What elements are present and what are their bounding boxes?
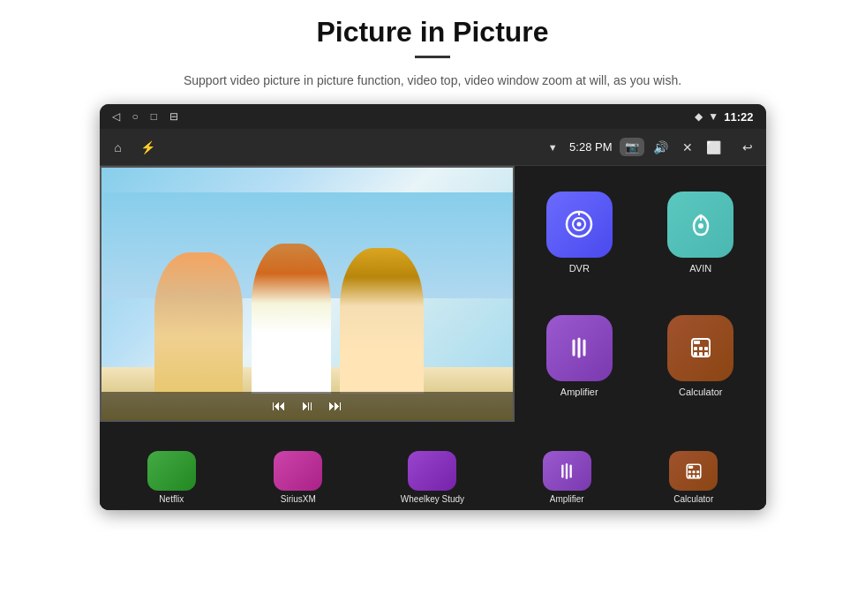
dvr-label: DVR	[569, 263, 590, 274]
toolbar-time: 5:28 PM	[569, 140, 612, 154]
main-content: 📷 − + ✕	[100, 166, 766, 510]
wheelkey-icon-box	[408, 451, 456, 491]
svg-rect-16	[704, 352, 708, 356]
device-frame: ◁ ○ □ ⊟ ◆ ▼ 11:22 ⌂ ⚡ ▼ 5:28 PM 📷 🔊	[100, 104, 766, 510]
home-icon[interactable]: ⌂	[109, 140, 128, 154]
dvr-svg-icon	[563, 208, 595, 240]
location-icon: ◆	[695, 110, 703, 123]
siriusxm-icon-box	[274, 451, 322, 491]
video-bottom-controls: ⏮ ⏯ ⏭	[102, 392, 513, 420]
bookmark-icon[interactable]: ⊟	[169, 110, 178, 123]
video-next-button[interactable]: ⏭	[328, 398, 342, 414]
calculator-icon-box	[667, 315, 733, 381]
calculator-svg-icon	[685, 332, 717, 364]
toolbar-window-icon[interactable]: ⬜	[704, 140, 724, 154]
svg-rect-12	[699, 347, 703, 350]
svg-rect-24	[696, 470, 699, 473]
toolbar-back-icon[interactable]: ↩	[738, 140, 757, 154]
toolbar-left: ⌂ ⚡	[109, 140, 158, 154]
app-grid: DVR AVIN	[515, 166, 766, 422]
dvr-icon-box	[546, 192, 613, 258]
svg-rect-13	[704, 347, 708, 350]
svg-rect-11	[694, 347, 697, 350]
usb-icon: ⚡	[139, 140, 158, 154]
home-circle-icon[interactable]: ○	[132, 110, 139, 123]
app-icon-amplifier[interactable]: Amplifier	[523, 298, 636, 413]
bottom-app-netflix[interactable]: Netflix	[147, 451, 196, 504]
calculator-row-icon-box	[669, 451, 718, 491]
toolbar: ⌂ ⚡ ▼ 5:28 PM 📷 🔊 ✕ ⬜ ↩	[100, 129, 766, 166]
amplifier-row-icon-box	[543, 451, 591, 491]
svg-rect-23	[692, 470, 695, 473]
page-title: Picture in Picture	[316, 16, 548, 49]
amplifier-icon-box	[546, 315, 613, 381]
toolbar-volume-icon[interactable]: 🔊	[651, 140, 671, 154]
svg-rect-10	[694, 341, 700, 344]
calculator-row-svg	[681, 459, 706, 484]
svg-rect-25	[688, 475, 690, 477]
svg-rect-21	[688, 466, 692, 469]
toolbar-right: ↩	[738, 140, 757, 154]
status-left-icons: ◁ ○ □ ⊟	[112, 110, 179, 123]
amplifier-label: Amplifier	[560, 387, 598, 397]
video-pip[interactable]: 📷 − + ✕	[100, 166, 515, 422]
toolbar-close-icon[interactable]: ✕	[678, 140, 697, 154]
svg-point-2	[577, 222, 582, 227]
svg-rect-22	[688, 470, 690, 473]
app-icon-dvr[interactable]: DVR	[523, 175, 636, 289]
svg-rect-14	[694, 352, 697, 356]
svg-rect-26	[692, 475, 695, 477]
amplifier-svg-icon	[563, 332, 595, 364]
square-icon[interactable]: □	[151, 110, 157, 123]
toolbar-camera-button[interactable]: 📷	[620, 138, 644, 156]
siriusxm-label: SiriusXM	[281, 494, 316, 504]
video-image	[102, 168, 513, 420]
netflix-label: Netflix	[159, 494, 184, 504]
status-time: 11:22	[724, 110, 753, 124]
wifi-icon: ▼	[708, 110, 718, 123]
amplifier-row-label: Amplifier	[550, 494, 584, 504]
avin-svg-icon	[685, 208, 717, 240]
person-1	[154, 252, 243, 394]
calculator-label: Calculator	[679, 387, 723, 397]
svg-rect-27	[696, 475, 699, 477]
page-wrapper: Picture in Picture Support video picture…	[0, 0, 865, 616]
title-divider	[415, 56, 450, 58]
svg-point-4	[698, 223, 703, 229]
page-description: Support video picture in picture functio…	[184, 71, 681, 90]
bottom-app-amplifier-row[interactable]: Amplifier	[543, 451, 591, 504]
back-icon[interactable]: ◁	[112, 110, 120, 123]
netflix-icon-box	[147, 451, 196, 491]
bottom-app-wheelkey[interactable]: Wheelkey Study	[401, 451, 464, 504]
toolbar-center: ▼ 5:28 PM 📷 🔊 ✕ ⬜	[165, 138, 731, 156]
person-2	[252, 244, 331, 394]
app-grid-area: 📷 − + ✕	[100, 166, 766, 510]
toolbar-wifi-icon: ▼	[543, 142, 562, 153]
status-bar: ◁ ○ □ ⊟ ◆ ▼ 11:22	[100, 104, 766, 129]
avin-icon-box	[667, 192, 733, 258]
wheelkey-label: Wheelkey Study	[401, 494, 464, 504]
video-prev-button[interactable]: ⏮	[272, 398, 286, 414]
bottom-apps-row: Netflix SiriusXM Wheelkey Study	[100, 438, 766, 510]
bottom-app-calculator-row[interactable]: Calculator	[669, 451, 718, 504]
amplifier-row-svg	[554, 459, 579, 484]
video-play-button[interactable]: ⏯	[300, 398, 314, 414]
status-right-icons: ◆ ▼ 11:22	[695, 110, 753, 124]
person-3	[340, 248, 424, 394]
bottom-app-siriusxm[interactable]: SiriusXM	[274, 451, 322, 504]
app-icon-avin[interactable]: AVIN	[644, 175, 757, 289]
calculator-row-label: Calculator	[673, 494, 713, 504]
avin-label: AVIN	[689, 263, 711, 274]
app-icon-calculator[interactable]: Calculator	[644, 298, 757, 413]
svg-rect-15	[699, 352, 703, 356]
